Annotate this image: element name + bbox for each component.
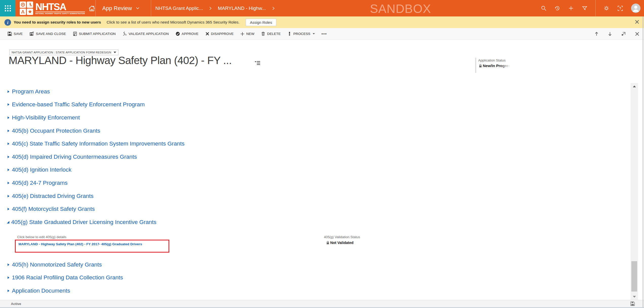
steering-wheel-icon: [21, 3, 25, 7]
application-status-label: Application Status: [478, 58, 506, 62]
scroll-down-arrow[interactable]: [631, 294, 638, 299]
section-405d-24-7-programs[interactable]: 405(d) 24-7 Programs: [8, 176, 387, 190]
assign-roles-button[interactable]: Assign Roles: [246, 19, 277, 26]
more-commands-button[interactable]: •••: [322, 32, 327, 36]
chevron-right-icon: [8, 142, 9, 145]
help-icon[interactable]: ?: [617, 5, 623, 11]
405g-validation-status-label: 405(g) Validation Status: [324, 235, 360, 239]
section-label: Program Areas: [12, 88, 50, 95]
form-navigation-icon[interactable]: [254, 61, 260, 66]
chevron-down-icon: [313, 33, 315, 34]
notification-close-icon[interactable]: [635, 19, 639, 24]
chevron-right-icon: [8, 290, 9, 292]
405g-record-link[interactable]: MARYLAND - Highway Safety Plan (402) - F…: [18, 242, 142, 246]
process-button[interactable]: PROCESS: [287, 32, 315, 36]
previous-record-icon[interactable]: [594, 32, 599, 36]
section-405h-nonmotorized-safety[interactable]: 405(h) Nonmotorized Safety Grants: [8, 258, 387, 271]
chevron-down-icon: [136, 7, 139, 9]
sandbox-watermark: SANDBOX: [370, 2, 431, 16]
topbar-divider: [595, 0, 596, 16]
chevron-right-icon: [8, 103, 9, 106]
submit-application-button[interactable]: SUBMIT APPLICATION: [73, 32, 116, 36]
breadcrumb-item-grant-application[interactable]: NHTSA Grant Applic...: [155, 6, 203, 11]
scroll-up-arrow[interactable]: [631, 84, 638, 89]
triangle-down-icon: [633, 296, 636, 298]
section-405c-traffic-safety-info[interactable]: 405(c) State Traffic Safety Information …: [8, 137, 387, 150]
disapprove-button-label: DISAPPROVE: [211, 32, 234, 36]
footer-save-icon[interactable]: [630, 301, 635, 306]
section-405b-occupant-protection[interactable]: 405(b) Occupant Protection Grants: [8, 124, 387, 137]
app-launcher-button[interactable]: [0, 0, 15, 16]
nhtsa-logo-tagline: NATIONAL HIGHWAY TRAFFIC SAFETY ADMINIST…: [35, 12, 85, 14]
section-405d-impaired-driving[interactable]: 405(d) Impaired Driving Countermeasures …: [8, 150, 387, 163]
approve-button[interactable]: APPROVE: [176, 32, 199, 36]
save-button[interactable]: SAVE: [8, 32, 23, 36]
approve-button-label: APPROVE: [182, 32, 199, 36]
nhtsa-logo[interactable]: NHTSA NATIONAL HIGHWAY TRAFFIC SAFETY AD…: [20, 0, 95, 16]
home-icon[interactable]: [88, 5, 95, 12]
validate-application-button[interactable]: VALIDATE APPLICATION: [122, 32, 169, 36]
delete-button[interactable]: DELETE: [261, 32, 281, 36]
recent-items-icon[interactable]: [554, 5, 560, 11]
section-1906-racial-profiling[interactable]: 1906 Racial Profiling Data Collection Gr…: [8, 271, 387, 284]
topbar-divider: [151, 0, 151, 16]
405g-highlight-box: MARYLAND - Highway Safety Plan (402) - F…: [15, 240, 169, 253]
notification-message: Click to see a list of users who need Mi…: [107, 20, 240, 25]
waffle-icon: [5, 5, 11, 12]
app-switcher-label: App Review: [102, 5, 132, 12]
chevron-right-icon: [272, 6, 275, 10]
star-icon: [28, 10, 32, 14]
popout-form-icon[interactable]: [621, 32, 626, 36]
search-icon[interactable]: [541, 5, 547, 11]
user-avatar[interactable]: [631, 4, 640, 13]
save-and-close-icon: [30, 32, 34, 36]
command-bar-right-controls: [594, 28, 639, 40]
chevron-expanded-icon: [7, 221, 9, 223]
application-status-value: New/In Progress: [479, 64, 513, 68]
close-form-icon[interactable]: [635, 32, 639, 36]
new-button[interactable]: NEW: [240, 32, 254, 36]
chevron-right-icon: [8, 182, 9, 184]
topbar-icons: ?: [541, 0, 640, 16]
chevron-right-icon: [8, 156, 9, 158]
section-high-visibility-enforcement[interactable]: High-Visibility Enforcement: [8, 111, 387, 124]
header-divider: [475, 58, 476, 73]
breadcrumb-item-maryland-record[interactable]: MARYLAND - Highw...: [218, 6, 266, 11]
vertical-scrollbar[interactable]: [631, 83, 638, 300]
pedestrian-icon: [28, 3, 32, 7]
app-window: NHTSA NATIONAL HIGHWAY TRAFFIC SAFETY AD…: [0, 0, 644, 308]
app-switcher-button[interactable]: App Review: [102, 0, 139, 16]
section-application-documents[interactable]: Application Documents: [8, 284, 387, 297]
section-405d-ignition-interlock[interactable]: 405(d) Ignition Interlock: [8, 163, 387, 177]
quick-create-icon[interactable]: [568, 5, 574, 11]
chevron-right-icon: [8, 130, 9, 132]
scrollbar-thumb[interactable]: [631, 261, 637, 292]
section-evidence-based-enforcement[interactable]: Evidence-based Traffic Safety Enforcemen…: [8, 98, 387, 111]
filter-icon[interactable]: [582, 5, 588, 11]
form-sections: Program Areas Evidence-based Traffic Saf…: [8, 85, 387, 229]
section-label: Evidence-based Traffic Safety Enforcemen…: [12, 101, 145, 108]
notification-title: You need to assign security roles to new…: [14, 20, 101, 25]
validate-application-icon: [122, 32, 127, 36]
lock-icon: [479, 64, 482, 68]
chevron-right-icon: [209, 6, 212, 10]
settings-gear-icon[interactable]: [604, 5, 609, 11]
section-405f-motorcyclist-safety[interactable]: 405(f) Motorcyclist Safety Grants: [8, 202, 387, 216]
chevron-right-icon: [8, 263, 9, 266]
next-record-icon[interactable]: [608, 32, 612, 36]
section-program-areas[interactable]: Program Areas: [8, 85, 387, 98]
405g-validation-status-value: Not Validated: [326, 241, 354, 245]
submit-application-button-label: SUBMIT APPLICATION: [79, 32, 116, 36]
nhtsa-logo-text: NHTSA: [35, 2, 85, 11]
section-label: 405(g) State Graduated Driver Licensing …: [11, 219, 156, 225]
section-405g-graduated-driver-licensing[interactable]: 405(g) State Graduated Driver Licensing …: [8, 216, 387, 229]
chevron-right-icon: [8, 208, 9, 210]
section-405e-distracted-driving[interactable]: 405(e) Distracted Driving Grants: [8, 190, 387, 203]
save-button-label: SAVE: [14, 32, 23, 36]
disapprove-button[interactable]: DISAPPROVE: [205, 32, 234, 36]
section-label: 405(f) Motorcyclist Safety Grants: [12, 206, 95, 212]
info-icon: i: [4, 19, 11, 26]
save-and-close-button[interactable]: SAVE AND CLOSE: [30, 32, 66, 36]
chevron-right-icon: [8, 90, 9, 93]
delete-button-label: DELETE: [267, 32, 281, 36]
